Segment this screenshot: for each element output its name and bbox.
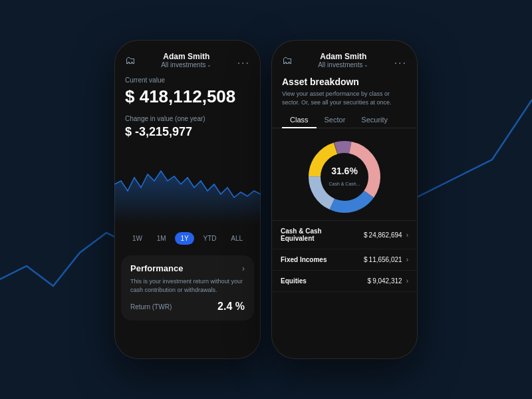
return-value: 2.4 %	[217, 301, 245, 313]
asset-right-fixed: $ 11,656,021 ›	[364, 256, 408, 263]
asset-item-equities[interactable]: Equities $ 9,042,312 ›	[271, 271, 418, 292]
right-user-name: Adam Smith	[318, 52, 368, 61]
asset-tabs: Class Sector Security	[271, 112, 418, 128]
wallet-icon: 🗂	[125, 55, 136, 66]
asset-list: Cash & CashEquivalent $ 24,862,694 › Fix…	[271, 220, 418, 292]
time-periods: 1W 1M 1Y YTD ALL	[114, 227, 261, 250]
asset-right-equities: $ 9,042,312 ›	[368, 277, 408, 285]
asset-breakdown-title: Asset breakdown	[271, 74, 418, 88]
asset-breakdown-desc: View your asset performance by class or …	[271, 88, 418, 112]
portfolio-chart	[114, 144, 261, 224]
period-all[interactable]: ALL	[225, 232, 248, 245]
asset-name-cash: Cash & CashEquivalent	[281, 227, 322, 242]
left-user-name: Adam Smith	[161, 52, 211, 61]
right-phone-header: 🗂 Adam Smith All investments ⌄ ...	[271, 48, 418, 74]
current-value-label: Current value	[114, 74, 261, 85]
tab-security[interactable]: Security	[353, 112, 396, 128]
donut-chart-container: 31.6% Cash & Cash...	[271, 134, 418, 220]
right-phone: 🗂 Adam Smith All investments ⌄ ... Asset…	[271, 40, 418, 359]
asset-value-cash: $ 24,862,694	[364, 231, 402, 239]
performance-return: Return (TWR) 2.4 %	[130, 301, 245, 313]
period-1w[interactable]: 1W	[127, 232, 148, 245]
right-header-center: Adam Smith All investments ⌄	[318, 52, 368, 68]
asset-item-fixed[interactable]: Fixed Incomes $ 11,656,021 ›	[271, 249, 418, 271]
right-more-button[interactable]: ...	[394, 55, 407, 66]
asset-name-equities: Equities	[281, 277, 307, 285]
current-value: $ 418,112,508	[114, 85, 261, 112]
donut-label: Cash & Cash...	[329, 182, 360, 186]
return-label: Return (TWR)	[130, 303, 172, 311]
phones-container: 🗂 Adam Smith All investments ⌄ ... Curre…	[114, 40, 418, 359]
performance-description: This is your investment return without y…	[130, 277, 245, 294]
asset-item-cash[interactable]: Cash & CashEquivalent $ 24,862,694 ›	[271, 221, 418, 249]
period-1m[interactable]: 1M	[152, 232, 172, 245]
asset-name-fixed: Fixed Incomes	[281, 256, 327, 263]
donut-percent: 31.6%	[329, 166, 360, 176]
change-value: $ -3,215,977	[114, 124, 261, 144]
asset-right-cash: $ 24,862,694 ›	[364, 231, 408, 239]
left-phone-header: 🗂 Adam Smith All investments ⌄ ...	[114, 48, 261, 74]
performance-arrow[interactable]: ›	[242, 264, 245, 273]
asset-arrow-fixed[interactable]: ›	[406, 256, 408, 263]
tab-class[interactable]: Class	[282, 112, 317, 128]
change-label: Change in value (one year)	[114, 112, 261, 124]
left-phone: 🗂 Adam Smith All investments ⌄ ... Curre…	[114, 40, 261, 359]
left-header-center: Adam Smith All investments ⌄	[161, 52, 211, 68]
performance-title: Performance	[130, 263, 183, 273]
tab-sector[interactable]: Sector	[317, 112, 354, 128]
asset-value-fixed: $ 11,656,021	[364, 256, 402, 263]
period-1y[interactable]: 1Y	[175, 232, 194, 245]
right-wallet-icon: 🗂	[282, 55, 293, 66]
left-more-button[interactable]: ...	[237, 55, 250, 66]
left-investments-label: All investments ⌄	[161, 61, 211, 68]
asset-arrow-cash[interactable]: ›	[406, 231, 408, 239]
performance-header: Performance ›	[130, 263, 245, 273]
asset-arrow-equities[interactable]: ›	[406, 277, 408, 285]
right-investments-label: All investments ⌄	[318, 61, 368, 68]
asset-value-equities: $ 9,042,312	[368, 277, 402, 285]
donut-center: 31.6% Cash & Cash...	[329, 166, 360, 188]
period-ytd[interactable]: YTD	[198, 232, 221, 245]
performance-card: Performance › This is your investment re…	[121, 255, 254, 321]
